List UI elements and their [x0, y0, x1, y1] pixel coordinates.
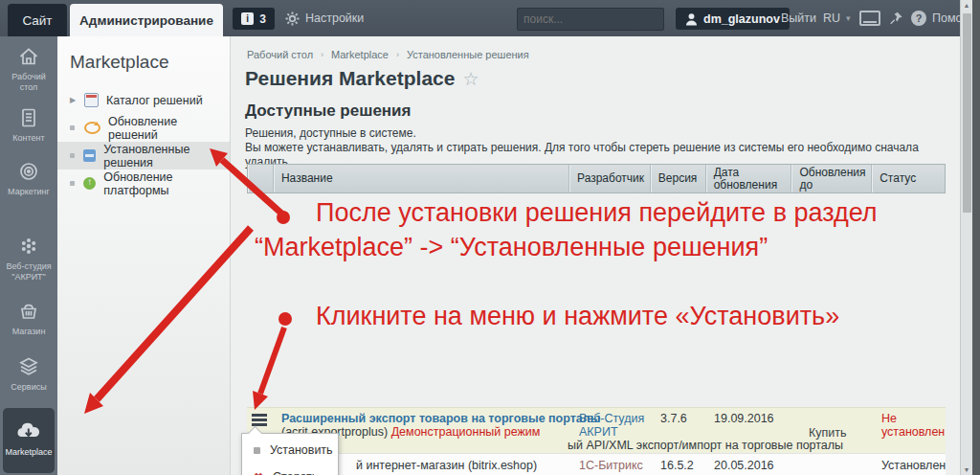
rail-item-services[interactable]: Сервисы: [0, 354, 57, 393]
rail-label: Контент: [0, 133, 57, 144]
breadcrumb-desktop[interactable]: Рабочий стол: [247, 49, 313, 60]
page-title: Решения Marketplace: [245, 67, 455, 90]
search-input[interactable]: [518, 12, 678, 26]
solution-updates-icon: [84, 122, 100, 134]
col-updates-to[interactable]: Обновления до: [791, 165, 872, 192]
tab-site[interactable]: Сайт: [8, 4, 67, 36]
settings-button[interactable]: Настройки: [285, 0, 364, 36]
rail-label: Маркетинг: [0, 187, 57, 197]
catalog-icon: [84, 93, 99, 107]
pin-button[interactable]: [888, 0, 903, 36]
menu-item-label: Обновление платформы: [103, 170, 230, 197]
scrollbar-thumb[interactable]: [963, 13, 971, 213]
developer-link[interactable]: Веб-Студия АКРИТ: [579, 412, 644, 439]
context-menu-erase[interactable]: ✖ Стереть: [242, 466, 338, 475]
annotation-note2: Кликните на меню и нажмите «Установить»: [316, 302, 839, 331]
col-status[interactable]: Статус: [872, 165, 945, 192]
bitrix-admin-window: Сайт Администрирование i 3 Настройки: [0, 0, 980, 475]
table-header: Название Разработчик Версия Дата обновле…: [247, 164, 946, 193]
update-date-value: 19.09.2016: [714, 412, 774, 425]
menu-item-installed-solutions[interactable]: Установленные решения: [57, 142, 230, 170]
menu-title: Marketplace: [70, 52, 230, 73]
question-icon: ?: [911, 11, 926, 26]
menu-item-solution-updates[interactable]: Обновление решений: [57, 114, 230, 142]
favorite-star-icon[interactable]: ☆: [462, 68, 479, 90]
info-icon: i: [241, 12, 254, 25]
language-selector[interactable]: RU ▾: [823, 0, 851, 36]
username: dm_glazunov: [703, 12, 780, 26]
gear-icon: [285, 11, 300, 26]
left-rail: Рабочий стол Контент Маркетинг: [0, 36, 57, 475]
context-menu-label: Стереть: [273, 470, 318, 475]
col-update-date[interactable]: Дата обновления: [706, 165, 792, 192]
rail-label: Рабочий стол: [0, 72, 57, 92]
menu-item-platform-update[interactable]: Обновление платформы: [57, 170, 230, 197]
hotkeys-button[interactable]: [859, 0, 880, 36]
notifications-button[interactable]: i 3: [233, 8, 275, 30]
status-badge: Установлен: [881, 459, 946, 472]
page-title-row: Решения Marketplace ☆: [245, 67, 479, 90]
rail-item-shop[interactable]: Магазин: [0, 299, 57, 337]
search-box[interactable]: [517, 8, 664, 31]
row-menu-icon[interactable]: [252, 414, 267, 426]
breadcrumb-marketplace[interactable]: Marketplace: [331, 49, 389, 60]
window-edge: [972, 0, 980, 475]
demo-mode-label: Демонстрационный режим: [391, 425, 541, 439]
scroll-down-icon[interactable]: ▼: [961, 466, 972, 473]
logout-label: Выйти: [781, 11, 816, 25]
keyboard-icon: [859, 11, 880, 26]
settings-label: Настройки: [305, 11, 364, 25]
developer-link[interactable]: 1С-Битрикс: [579, 459, 643, 472]
rail-label: Веб-студия "АКРИТ": [0, 261, 57, 282]
breadcrumb-separator: ›: [321, 50, 323, 59]
col-name[interactable]: Название: [274, 165, 569, 192]
scroll-up-icon[interactable]: ▲: [961, 2, 972, 9]
layers-icon: [0, 354, 57, 379]
menu-item-catalog[interactable]: ▶ Каталог решений: [57, 86, 230, 114]
language-label: RU: [823, 11, 840, 25]
buy-link[interactable]: Купить: [809, 426, 847, 440]
col-developer[interactable]: Разработчик: [569, 165, 651, 192]
marketing-icon: [0, 159, 57, 184]
erase-icon: ✖: [254, 471, 263, 475]
user-button[interactable]: dm_glazunov: [676, 8, 790, 30]
solution-name-link[interactable]: Расширенный экспорт товаров на торговые …: [281, 412, 600, 425]
rail-item-content[interactable]: Контент: [0, 105, 57, 144]
col-version[interactable]: Версия: [651, 165, 706, 192]
breadcrumb-separator: ›: [396, 50, 399, 59]
tab-administration[interactable]: Администрирование: [70, 4, 223, 36]
square-marker-icon: [69, 153, 76, 158]
developer-line: Веб-Студия: [579, 412, 644, 425]
version-value: 3.7.6: [660, 412, 687, 425]
vertical-scrollbar[interactable]: ▲ ▼: [960, 0, 972, 475]
rail-label: Магазин: [0, 327, 57, 337]
rail-item-marketing[interactable]: Маркетинг: [0, 159, 57, 197]
solution-name[interactable]: й интернет-магазин (bitrix.eshop): [356, 459, 537, 472]
notifications-count: 3: [259, 12, 266, 26]
content-icon: [0, 105, 57, 130]
menu-item-label: Каталог решений: [106, 94, 203, 107]
top-bar: Сайт Администрирование i 3 Настройки: [0, 0, 960, 36]
marketplace-menu: Marketplace ▶ Каталог решений Обновление…: [57, 36, 231, 475]
square-marker-icon: [69, 181, 76, 186]
table-row[interactable]: Расширенный экспорт товаров на торговые …: [247, 407, 946, 453]
annotation-note1-line2: “Marketplace” -> “Установленные решения”: [255, 233, 768, 262]
logout-button[interactable]: Выйти: [781, 0, 816, 36]
version-value: 16.5.2: [660, 459, 694, 472]
table-row[interactable]: й интернет-магазин (bitrix.eshop) 1С-Бит…: [247, 453, 946, 475]
rail-item-desktop[interactable]: Рабочий стол: [0, 44, 57, 92]
update-date-value: 20.05.2016: [714, 459, 774, 472]
rail-label: Marketplace: [3, 447, 55, 458]
installed-solutions-icon: [83, 149, 96, 162]
install-icon: [254, 447, 260, 454]
chevron-down-icon: ▾: [846, 13, 851, 23]
rail-label: Сервисы: [0, 382, 57, 393]
status-line: установлен: [881, 425, 945, 439]
rail-item-marketplace[interactable]: Marketplace: [3, 408, 55, 473]
rail-item-akrit[interactable]: Веб-студия "АКРИТ": [0, 234, 57, 282]
context-menu-install[interactable]: Установить: [242, 440, 338, 461]
context-menu-label: Установить: [270, 443, 333, 457]
developer-line: АКРИТ: [579, 425, 644, 439]
status-line: Не: [881, 412, 945, 425]
breadcrumb-installed: Установленные решения: [407, 49, 529, 60]
